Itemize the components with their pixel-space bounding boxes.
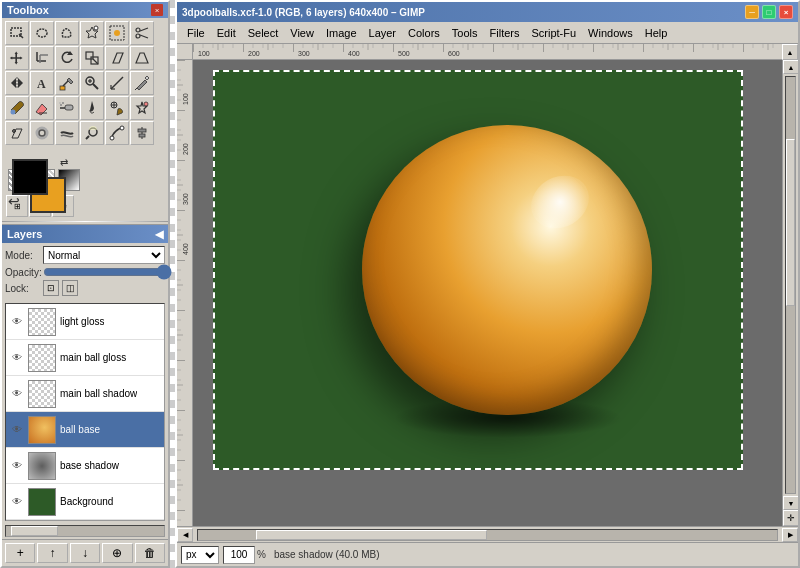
layer-visibility-icon[interactable]: 👁 bbox=[9, 458, 25, 474]
zoom-input[interactable] bbox=[223, 546, 255, 564]
layer-thumbnail bbox=[28, 416, 56, 444]
lock-alpha-icon[interactable]: ◫ bbox=[62, 280, 78, 296]
dodge-burn-tool[interactable] bbox=[80, 121, 104, 145]
layer-name: Background bbox=[60, 496, 113, 507]
svg-point-5 bbox=[114, 30, 120, 36]
perspective-tool[interactable] bbox=[130, 46, 154, 70]
scroll-right-button[interactable]: ▶ bbox=[782, 528, 798, 542]
free-select-tool[interactable] bbox=[55, 21, 79, 45]
menu-edit[interactable]: Edit bbox=[211, 25, 242, 41]
clone-tool[interactable] bbox=[105, 96, 129, 120]
measure-tool[interactable] bbox=[105, 71, 129, 95]
gimp-titlebar: 3dpoolballs.xcf-1.0 (RGB, 6 layers) 640x… bbox=[177, 2, 798, 22]
v-scrollbar-track[interactable] bbox=[785, 76, 796, 494]
menu-view[interactable]: View bbox=[284, 25, 320, 41]
heal-tool[interactable] bbox=[130, 96, 154, 120]
layer-item[interactable]: 👁 Background bbox=[6, 484, 164, 520]
color-picker-tool[interactable] bbox=[55, 71, 79, 95]
unit-select[interactable]: px bbox=[181, 546, 219, 564]
scale-tool[interactable] bbox=[80, 46, 104, 70]
flip-tool[interactable] bbox=[5, 71, 29, 95]
scroll-top-button[interactable]: ▲ bbox=[782, 44, 798, 60]
layers-panel-collapse-icon[interactable]: ◀ bbox=[155, 228, 163, 241]
h-scrollbar-thumb[interactable] bbox=[256, 530, 488, 540]
layers-toolbar: + ↑ ↓ ⊕ 🗑 bbox=[2, 539, 168, 566]
svg-point-41 bbox=[60, 104, 62, 106]
svg-point-36 bbox=[11, 110, 16, 115]
perspective-clone-tool[interactable] bbox=[5, 121, 29, 145]
rotate-tool[interactable] bbox=[55, 46, 79, 70]
menu-layer[interactable]: Layer bbox=[363, 25, 403, 41]
mode-label: Mode: bbox=[5, 250, 40, 261]
svg-rect-60 bbox=[139, 134, 145, 137]
scroll-left-button[interactable]: ◀ bbox=[177, 528, 193, 542]
crop-tool[interactable] bbox=[30, 46, 54, 70]
layer-visibility-icon[interactable]: 👁 bbox=[9, 422, 25, 438]
close-button[interactable]: × bbox=[779, 5, 793, 19]
pencil-tool[interactable] bbox=[130, 71, 154, 95]
lock-pixels-icon[interactable]: ⊡ bbox=[43, 280, 59, 296]
h-scrollbar-track[interactable] bbox=[197, 529, 778, 541]
fuzzy-select-tool[interactable] bbox=[80, 21, 104, 45]
svg-marker-20 bbox=[11, 78, 16, 88]
layer-item[interactable]: 👁 light gloss bbox=[6, 304, 164, 340]
menu-script-fu[interactable]: Script-Fu bbox=[525, 25, 582, 41]
shear-tool[interactable] bbox=[105, 46, 129, 70]
path-tool[interactable] bbox=[105, 121, 129, 145]
duplicate-layer-button[interactable]: ⊕ bbox=[102, 543, 132, 563]
scissors-select-tool[interactable] bbox=[130, 21, 154, 45]
scroll-up-button[interactable]: ▲ bbox=[783, 60, 798, 74]
toolbox-close-button[interactable]: × bbox=[151, 4, 163, 16]
scroll-down-button[interactable]: ▼ bbox=[783, 496, 798, 510]
layer-item-selected[interactable]: 👁 ball base bbox=[6, 412, 164, 448]
maximize-button[interactable]: □ bbox=[762, 5, 776, 19]
menu-tools[interactable]: Tools bbox=[446, 25, 484, 41]
layer-visibility-icon[interactable]: 👁 bbox=[9, 314, 25, 330]
rect-select-tool[interactable] bbox=[5, 21, 29, 45]
extra-tools-row: ⊞ 📂 ⚙ bbox=[2, 193, 168, 219]
layer-visibility-icon[interactable]: 👁 bbox=[9, 350, 25, 366]
svg-marker-18 bbox=[113, 53, 123, 63]
minimize-button[interactable]: ─ bbox=[745, 5, 759, 19]
scroll-cross-button[interactable]: ✛ bbox=[783, 510, 798, 526]
menu-file[interactable]: File bbox=[181, 25, 211, 41]
paintbrush-tool[interactable] bbox=[5, 96, 29, 120]
menu-help[interactable]: Help bbox=[639, 25, 674, 41]
lock-label: Lock: bbox=[5, 283, 40, 294]
by-color-select-tool[interactable] bbox=[105, 21, 129, 45]
v-scrollbar-thumb[interactable] bbox=[786, 139, 795, 305]
smudge-tool[interactable] bbox=[55, 121, 79, 145]
menu-windows[interactable]: Windows bbox=[582, 25, 639, 41]
ellipse-select-tool[interactable] bbox=[30, 21, 54, 45]
text-tool[interactable]: A bbox=[30, 71, 54, 95]
airbrush-tool[interactable] bbox=[55, 96, 79, 120]
eraser-tool[interactable] bbox=[30, 96, 54, 120]
blur-sharpen-tool[interactable] bbox=[30, 121, 54, 145]
ink-tool[interactable] bbox=[80, 96, 104, 120]
delete-layer-button[interactable]: 🗑 bbox=[135, 543, 165, 563]
mode-select[interactable]: Normal bbox=[43, 246, 165, 264]
menu-image[interactable]: Image bbox=[320, 25, 363, 41]
layer-item[interactable]: 👁 base shadow bbox=[6, 448, 164, 484]
new-layer-button[interactable]: + bbox=[5, 543, 35, 563]
lock-row: Lock: ⊡ ◫ bbox=[5, 280, 165, 296]
layer-thumbnail bbox=[28, 488, 56, 516]
reset-colors-icon[interactable]: ↩ bbox=[8, 193, 20, 209]
layer-item[interactable]: 👁 main ball shadow bbox=[6, 376, 164, 412]
align-tool[interactable] bbox=[130, 121, 154, 145]
layer-name: ball base bbox=[60, 424, 100, 435]
canvas-scroll-area[interactable] bbox=[193, 60, 782, 526]
layer-visibility-icon[interactable]: 👁 bbox=[9, 386, 25, 402]
swap-colors-icon[interactable]: ⇄ bbox=[60, 157, 68, 168]
opacity-slider[interactable] bbox=[43, 266, 172, 278]
menu-colors[interactable]: Colors bbox=[402, 25, 446, 41]
layer-visibility-icon[interactable]: 👁 bbox=[9, 494, 25, 510]
layer-item[interactable]: 👁 main ball gloss bbox=[6, 340, 164, 376]
menu-select[interactable]: Select bbox=[242, 25, 285, 41]
zoom-tool[interactable] bbox=[80, 71, 104, 95]
foreground-color-swatch[interactable] bbox=[12, 159, 48, 195]
move-tool[interactable] bbox=[5, 46, 29, 70]
lower-layer-button[interactable]: ↓ bbox=[70, 543, 100, 563]
raise-layer-button[interactable]: ↑ bbox=[37, 543, 67, 563]
menu-filters[interactable]: Filters bbox=[484, 25, 526, 41]
